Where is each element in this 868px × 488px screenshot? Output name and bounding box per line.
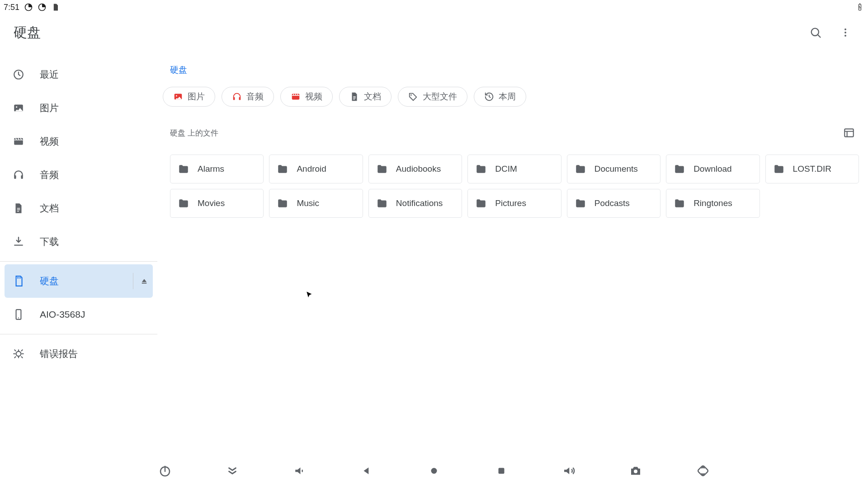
- data-usage-icon: [38, 3, 47, 12]
- folder-movies[interactable]: Movies: [170, 189, 264, 218]
- folder-icon: [178, 163, 189, 175]
- search-button[interactable]: [807, 24, 824, 41]
- clock-icon: [13, 69, 24, 80]
- video-icon: [291, 92, 301, 102]
- chevrons-down-icon: [226, 464, 239, 478]
- folder-icon: [376, 163, 388, 175]
- sidebar-separator: [0, 334, 157, 334]
- image-icon: [173, 92, 183, 102]
- chip-videos[interactable]: 视频: [280, 87, 333, 107]
- home-button[interactable]: [423, 460, 445, 482]
- expand-button[interactable]: [222, 460, 243, 482]
- eject-icon: [140, 277, 148, 285]
- eject-button[interactable]: [133, 273, 149, 289]
- folder-dcim[interactable]: DCIM: [467, 155, 561, 183]
- folder-grid: Alarms Android Audiobooks DCIM Documents…: [163, 155, 859, 218]
- rotate-icon: [696, 464, 710, 478]
- folder-icon: [575, 163, 586, 175]
- folder-name: Documents: [594, 164, 638, 174]
- volume-down-button[interactable]: [288, 460, 310, 482]
- camera-icon: [629, 464, 642, 478]
- chip-documents[interactable]: 文档: [339, 87, 392, 107]
- folder-name: Pictures: [495, 198, 526, 208]
- folder-music[interactable]: Music: [269, 189, 363, 218]
- folder-download[interactable]: Download: [666, 155, 760, 183]
- breadcrumb[interactable]: 硬盘: [163, 58, 859, 87]
- folder-alarms[interactable]: Alarms: [170, 155, 264, 183]
- back-button[interactable]: [356, 460, 377, 482]
- data-usage-icon: [24, 3, 33, 12]
- power-icon: [158, 464, 172, 478]
- folder-icon: [376, 197, 388, 209]
- folder-icon: [178, 197, 189, 209]
- folder-name: Music: [297, 198, 319, 208]
- toggle-list-view-button[interactable]: [841, 125, 857, 141]
- sidebar-item-audio[interactable]: 音频: [0, 158, 157, 192]
- chip-images[interactable]: 图片: [163, 87, 215, 107]
- folder-icon: [277, 197, 288, 209]
- sidebar-item-label: 图片: [40, 102, 59, 114]
- sidebar-item-label: 硬盘: [40, 275, 59, 287]
- tag-icon: [408, 92, 418, 102]
- folder-icon: [773, 163, 785, 175]
- folder-icon: [575, 197, 586, 209]
- headphones-icon: [232, 92, 242, 102]
- folder-icon: [475, 163, 487, 175]
- more-options-button[interactable]: [837, 24, 854, 41]
- chip-label: 文档: [364, 91, 381, 103]
- sidebar-item-images[interactable]: 图片: [0, 91, 157, 125]
- sidebar-item-disk[interactable]: 硬盘: [5, 264, 153, 298]
- folder-documents[interactable]: Documents: [567, 155, 660, 183]
- folder-name: Podcasts: [594, 198, 630, 208]
- recents-button[interactable]: [491, 460, 512, 482]
- sidebar-item-downloads[interactable]: 下载: [0, 225, 157, 258]
- sidebar-separator: [0, 261, 157, 262]
- screenshot-button[interactable]: [625, 460, 646, 482]
- section-title: 硬盘 上的文件: [170, 128, 218, 138]
- history-icon: [484, 92, 494, 102]
- chip-large-files[interactable]: 大型文件: [398, 87, 467, 107]
- volume-up-icon: [562, 464, 576, 478]
- sidebar-item-documents[interactable]: 文档: [0, 192, 157, 225]
- app-title: 硬盘: [14, 23, 41, 42]
- document-icon: [349, 92, 359, 102]
- sidebar-item-label: 最近: [40, 68, 59, 81]
- sidebar-item-videos[interactable]: 视频: [0, 125, 157, 158]
- folder-pictures[interactable]: Pictures: [467, 189, 561, 218]
- folder-podcasts[interactable]: Podcasts: [567, 189, 660, 218]
- more-vert-icon: [840, 27, 851, 38]
- list-view-icon: [843, 127, 855, 139]
- status-time: 7:51: [4, 3, 19, 12]
- battery-icon: [855, 3, 864, 12]
- chip-label: 本周: [499, 91, 516, 103]
- sidebar-item-device[interactable]: AIO-3568J: [0, 298, 157, 331]
- sidebar-item-label: 下载: [40, 235, 59, 248]
- folder-icon: [674, 163, 685, 175]
- folder-icon: [277, 163, 288, 175]
- folder-audiobooks[interactable]: Audiobooks: [368, 155, 462, 183]
- folder-name: Alarms: [198, 164, 224, 174]
- recents-icon: [495, 465, 507, 477]
- sidebar-item-bugreport[interactable]: 错误报告: [0, 337, 157, 371]
- folder-ringtones[interactable]: Ringtones: [666, 189, 760, 218]
- sidebar-item-recent[interactable]: 最近: [0, 58, 157, 91]
- android-nav-bar: [0, 454, 868, 488]
- volume-up-button[interactable]: [558, 460, 580, 482]
- power-button[interactable]: [154, 460, 176, 482]
- folder-name: Download: [693, 164, 732, 174]
- sd-card-icon: [51, 3, 60, 12]
- chip-audio[interactable]: 音频: [222, 87, 274, 107]
- home-icon: [428, 465, 440, 477]
- volume-down-icon: [292, 464, 306, 478]
- folder-android[interactable]: Android: [269, 155, 363, 183]
- folder-lostdir[interactable]: LOST.DIR: [765, 155, 859, 183]
- bug-icon: [13, 348, 24, 360]
- folder-name: Audiobooks: [396, 164, 441, 174]
- video-icon: [13, 136, 24, 147]
- folder-name: DCIM: [495, 164, 517, 174]
- sidebar-item-label: 视频: [40, 135, 59, 148]
- rotate-button[interactable]: [692, 460, 714, 482]
- document-icon: [13, 202, 24, 214]
- folder-notifications[interactable]: Notifications: [368, 189, 462, 218]
- chip-this-week[interactable]: 本周: [474, 87, 526, 107]
